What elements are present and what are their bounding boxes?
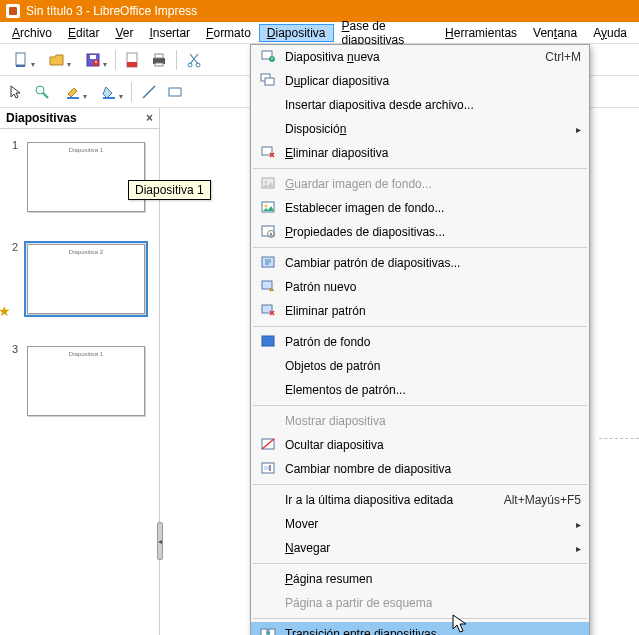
slide-thumb-2[interactable]: 2Diapositiva 2★ bbox=[8, 241, 151, 317]
slide-thumbnails: 1Diapositiva 12Diapositiva 2★3Diapositiv… bbox=[0, 129, 159, 455]
menu-item-propiedades-de-diapositivas[interactable]: Propiedades de diapositivas... bbox=[251, 220, 589, 244]
menu-editar[interactable]: Editar bbox=[60, 24, 107, 42]
export-pdf-button[interactable] bbox=[121, 48, 145, 72]
master-bg-icon bbox=[260, 333, 276, 352]
menu-item-label: Disposición bbox=[281, 122, 576, 136]
guide-line bbox=[599, 438, 639, 439]
svg-line-15 bbox=[43, 93, 48, 98]
menu-item-label: Navegar bbox=[281, 541, 576, 555]
menu-diapositiva[interactable]: Diapositiva bbox=[259, 24, 334, 42]
zoom-tool[interactable] bbox=[30, 80, 54, 104]
new-slide-icon bbox=[260, 48, 276, 67]
menu-item-página-resumen[interactable]: Página resumen bbox=[251, 567, 589, 591]
menu-separator bbox=[253, 618, 587, 619]
menu-item-elementos-de-patrón[interactable]: Elementos de patrón... bbox=[251, 378, 589, 402]
svg-rect-11 bbox=[155, 63, 163, 66]
master-new-icon bbox=[260, 278, 276, 297]
save-button[interactable] bbox=[76, 48, 110, 72]
menu-separator bbox=[253, 168, 587, 169]
menu-shortcut: Ctrl+M bbox=[535, 50, 581, 64]
animation-flag-icon: ★ bbox=[0, 303, 11, 319]
slide-tooltip: Diapositiva 1 bbox=[128, 180, 211, 200]
menu-item-label: Guardar imagen de fondo... bbox=[281, 177, 581, 191]
close-icon[interactable]: × bbox=[146, 111, 153, 125]
props-icon bbox=[260, 223, 276, 242]
svg-rect-16 bbox=[67, 97, 79, 99]
menu-item-ocultar-diapositiva[interactable]: Ocultar diapositiva bbox=[251, 433, 589, 457]
menu-ayuda[interactable]: Ayuda bbox=[585, 24, 635, 42]
menu-item-objetos-de-patrón[interactable]: Objetos de patrón bbox=[251, 354, 589, 378]
menu-item-patrón-de-fondo[interactable]: Patrón de fondo bbox=[251, 330, 589, 354]
menu-item-eliminar-diapositiva[interactable]: Eliminar diapositiva bbox=[251, 141, 589, 165]
menu-separator bbox=[253, 484, 587, 485]
menu-item-eliminar-patrón[interactable]: Eliminar patrón bbox=[251, 299, 589, 323]
menu-item-cambiar-patrón-de-diapositivas[interactable]: Cambiar patrón de diapositivas... bbox=[251, 251, 589, 275]
cut-button[interactable] bbox=[182, 48, 206, 72]
menu-item-label: Cambiar nombre de diapositiva bbox=[281, 462, 581, 476]
menu-item-mostrar-diapositiva: Mostrar diapositiva bbox=[251, 409, 589, 433]
menu-item-label: Transición entre diapositivas bbox=[281, 627, 581, 635]
slide-panel-title: Diapositivas bbox=[6, 111, 77, 125]
select-tool[interactable] bbox=[4, 80, 28, 104]
menu-item-label: Eliminar patrón bbox=[281, 304, 581, 318]
menu-item-label: Objetos de patrón bbox=[281, 359, 581, 373]
menu-item-mover[interactable]: Mover bbox=[251, 512, 589, 536]
svg-rect-8 bbox=[127, 62, 137, 67]
toolbar-separator bbox=[131, 82, 132, 102]
rename-icon bbox=[260, 460, 276, 479]
menu-herramientas[interactable]: Herramientas bbox=[437, 24, 525, 42]
slide-thumb-3[interactable]: 3Diapositiva 1 bbox=[8, 343, 151, 419]
menu-item-insertar-diapositiva-desde-archivo[interactable]: Insertar diapositiva desde archivo... bbox=[251, 93, 589, 117]
svg-point-35 bbox=[270, 232, 272, 234]
menu-item-label: Ir a la última diapositiva editada bbox=[281, 493, 494, 507]
highlight-color-button[interactable] bbox=[56, 80, 90, 104]
menu-item-transición-entre-diapositivas[interactable]: Transición entre diapositivas bbox=[251, 622, 589, 635]
menu-item-label: Página a partir de esquema bbox=[281, 596, 581, 610]
menu-item-label: Duplicar diapositiva bbox=[281, 74, 581, 88]
toolbar-separator bbox=[115, 50, 116, 70]
menu-separator bbox=[253, 563, 587, 564]
menu-item-duplicar-diapositiva[interactable]: Duplicar diapositiva bbox=[251, 69, 589, 93]
window-titlebar: Sin título 3 - LibreOffice Impress bbox=[0, 0, 639, 22]
thumb-caption: Diapositiva 2 bbox=[28, 249, 144, 255]
menu-item-label: Establecer imagen de fondo... bbox=[281, 201, 581, 215]
menu-item-navegar[interactable]: Navegar bbox=[251, 536, 589, 560]
fill-color-button[interactable] bbox=[92, 80, 126, 104]
menu-separator bbox=[253, 326, 587, 327]
svg-line-18 bbox=[143, 86, 155, 98]
menu-ver[interactable]: Ver bbox=[107, 24, 141, 42]
slide-number: 2 bbox=[8, 241, 18, 253]
print-button[interactable] bbox=[147, 48, 171, 72]
menu-item-label: Patrón nuevo bbox=[281, 280, 581, 294]
svg-rect-6 bbox=[96, 60, 97, 62]
slide-panel-header: Diapositivas × bbox=[0, 108, 159, 129]
menu-item-patrón-nuevo[interactable]: Patrón nuevo bbox=[251, 275, 589, 299]
rect-tool[interactable] bbox=[163, 80, 187, 104]
menubar: ArchivoEditarVerInsertarFormatoDiapositi… bbox=[0, 22, 639, 44]
slide-number: 1 bbox=[8, 139, 18, 151]
menu-item-cambiar-nombre-de-diapositiva[interactable]: Cambiar nombre de diapositiva bbox=[251, 457, 589, 481]
menu-shortcut: Alt+Mayús+F5 bbox=[494, 493, 581, 507]
save-bg-icon bbox=[260, 175, 276, 194]
menu-item-guardar-imagen-de-fondo: Guardar imagen de fondo... bbox=[251, 172, 589, 196]
menu-item-establecer-imagen-de-fondo[interactable]: Establecer imagen de fondo... bbox=[251, 196, 589, 220]
menu-ventana[interactable]: Ventana bbox=[525, 24, 585, 42]
tooltip-text: Diapositiva 1 bbox=[135, 183, 204, 197]
menu-item-label: Página resumen bbox=[281, 572, 581, 586]
menu-item-disposición[interactable]: Disposición bbox=[251, 117, 589, 141]
transition-icon bbox=[260, 625, 276, 636]
diapositiva-menu: Diapositiva nuevaCtrl+MDuplicar diaposit… bbox=[250, 44, 590, 635]
svg-rect-25 bbox=[265, 78, 274, 85]
line-tool[interactable] bbox=[137, 80, 161, 104]
new-doc-button[interactable] bbox=[4, 48, 38, 72]
menu-item-diapositiva-nueva[interactable]: Diapositiva nuevaCtrl+M bbox=[251, 45, 589, 69]
slide-thumb-1[interactable]: 1Diapositiva 1 bbox=[8, 139, 151, 215]
menu-item-label: Cambiar patrón de diapositivas... bbox=[281, 256, 581, 270]
panel-splitter[interactable] bbox=[157, 522, 163, 560]
open-button[interactable] bbox=[40, 48, 74, 72]
menu-archivo[interactable]: Archivo bbox=[4, 24, 60, 42]
dup-slide-icon bbox=[260, 72, 276, 91]
menu-item-ir-a-la-última-diapositiva-editada[interactable]: Ir a la última diapositiva editadaAlt+Ma… bbox=[251, 488, 589, 512]
menu-insertar[interactable]: Insertar bbox=[141, 24, 198, 42]
menu-formato[interactable]: Formato bbox=[198, 24, 259, 42]
